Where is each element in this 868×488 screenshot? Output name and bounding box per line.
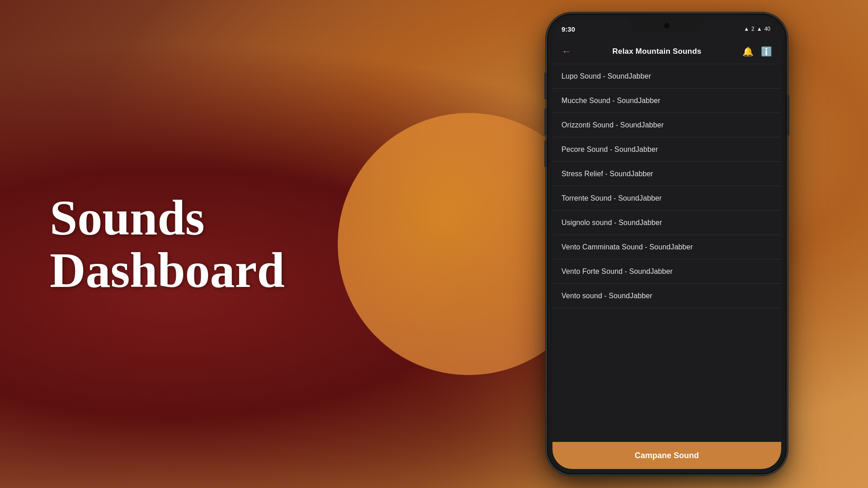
list-item[interactable]: Mucche Sound - SoundJabber: [552, 89, 781, 113]
list-item[interactable]: Pecore Sound - SoundJabber: [552, 137, 781, 162]
sound-item-label: Lupo Sound - SoundJabber: [561, 72, 651, 80]
list-item[interactable]: Usignolo sound - SoundJabber: [552, 211, 781, 235]
header-title: Relax Mountain Sounds: [613, 47, 702, 56]
phone-mockup: 9:30 ▲ 2 ▲ 40 ← Relax Mountain Sounds 🔔 …: [547, 14, 787, 474]
bell-icon[interactable]: 🔔: [742, 46, 754, 57]
list-item[interactable]: Orizzonti Sound - SoundJabber: [552, 113, 781, 137]
list-item[interactable]: Lupo Sound - SoundJabber: [552, 64, 781, 89]
list-item[interactable]: Vento sound - SoundJabber: [552, 284, 781, 308]
battery-icon: 40: [764, 26, 770, 32]
sound-item-label: Vento sound - SoundJabber: [561, 292, 652, 300]
sound-item-label: Pecore Sound - SoundJabber: [561, 145, 658, 153]
network-icon: ▲: [757, 26, 762, 32]
list-item[interactable]: Vento Forte Sound - SoundJabber: [552, 259, 781, 284]
phone-notch: [631, 19, 703, 33]
hero-text: Sounds Dashboard: [50, 192, 285, 296]
hero-line2: Dashboard: [50, 244, 285, 296]
status-time: 9:30: [561, 25, 575, 33]
list-item[interactable]: Vento Camminata Sound - SoundJabber: [552, 235, 781, 259]
sound-item-label: Orizzonti Sound - SoundJabber: [561, 121, 664, 129]
wifi-icon: 2: [751, 26, 755, 32]
back-button[interactable]: ←: [561, 46, 571, 57]
phone-frame: 9:30 ▲ 2 ▲ 40 ← Relax Mountain Sounds 🔔 …: [547, 14, 787, 474]
status-icons: ▲ 2 ▲ 40: [744, 26, 770, 32]
info-icon[interactable]: ℹ️: [761, 46, 772, 57]
sound-item-label: Mucche Sound - SoundJabber: [561, 97, 660, 104]
hero-line1: Sounds: [50, 192, 285, 244]
bottom-bar[interactable]: Campane Sound: [552, 442, 781, 469]
app-header: ← Relax Mountain Sounds 🔔 ℹ️: [552, 39, 781, 64]
signal-icon: ▲: [744, 26, 749, 32]
sound-list: Lupo Sound - SoundJabber Mucche Sound - …: [552, 64, 781, 442]
sound-item-label: Usignolo sound - SoundJabber: [561, 219, 662, 226]
camera-dot: [664, 23, 670, 28]
sound-item-label: Vento Forte Sound - SoundJabber: [561, 267, 673, 275]
bottom-bar-label: Campane Sound: [635, 451, 699, 460]
sound-item-label: Vento Camminata Sound - SoundJabber: [561, 243, 693, 251]
sound-item-label: Stress Relief - SoundJabber: [561, 170, 653, 178]
phone-screen: 9:30 ▲ 2 ▲ 40 ← Relax Mountain Sounds 🔔 …: [552, 19, 781, 469]
sound-item-label: Torrente Sound - SoundJabber: [561, 194, 662, 202]
header-icons: 🔔 ℹ️: [742, 46, 772, 57]
list-item[interactable]: Stress Relief - SoundJabber: [552, 162, 781, 186]
list-item[interactable]: Torrente Sound - SoundJabber: [552, 186, 781, 211]
